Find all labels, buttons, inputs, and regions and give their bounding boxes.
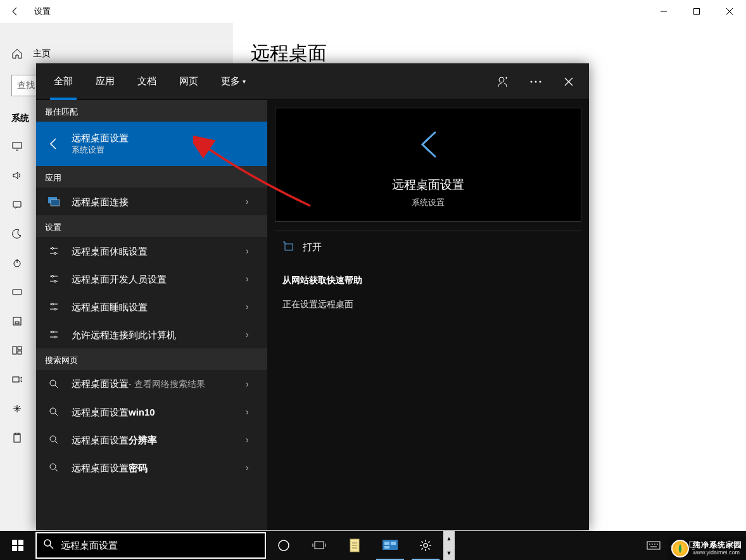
rdc-app-icon <box>45 193 63 210</box>
tab-all[interactable]: 全部 <box>42 63 84 100</box>
result-setting-3[interactable]: 允许远程连接到此计算机 › <box>36 321 267 348</box>
chevron-right-icon: › <box>246 302 258 312</box>
svg-rect-65 <box>384 546 389 549</box>
close-search-button[interactable] <box>555 68 583 96</box>
svg-point-16 <box>499 77 504 82</box>
result-title: 远程桌面设置 <box>72 433 129 447</box>
results-column: 最佳匹配 远程桌面设置 系统设置 应用 远程桌面连接 › 设置 远程桌面休眠设置… <box>36 100 267 530</box>
taskbar-taskview[interactable] <box>301 531 337 560</box>
detail-help-section: 从网站获取快速帮助 <box>275 264 581 293</box>
sound-icon <box>11 170 23 181</box>
settings-slider-icon <box>45 326 63 343</box>
taskbar-app-settings[interactable] <box>408 531 443 560</box>
feedback-button[interactable] <box>489 68 517 96</box>
tab-more[interactable]: 更多 ▾ <box>210 63 257 100</box>
detail-column: 远程桌面设置 系统设置 打开 从网站获取快速帮助 正在设置远程桌面 <box>267 100 589 530</box>
svg-line-45 <box>55 469 58 471</box>
svg-point-35 <box>52 331 54 333</box>
svg-rect-9 <box>15 322 19 324</box>
detail-action-label: 打开 <box>303 241 322 253</box>
result-title: 远程桌面设置 <box>72 131 258 144</box>
section-settings: 设置 <box>36 215 267 237</box>
tray-keyboard-icon[interactable] <box>645 531 662 560</box>
taskbar-search-input[interactable] <box>61 540 258 551</box>
scroll-up-icon[interactable]: ▲ <box>443 531 455 545</box>
remote-desktop-large-icon <box>408 125 448 164</box>
watermark-title: 纯净系统家园 <box>693 541 742 549</box>
taskbar: ▲▼ 中 纯净系统家园 www.yidaimei.com <box>0 531 746 560</box>
svg-point-52 <box>44 540 51 546</box>
sidebar-home[interactable]: 主页 <box>0 42 233 66</box>
svg-rect-21 <box>51 200 60 206</box>
taskbar-app-control-panel[interactable] <box>372 531 408 560</box>
clipboard-icon <box>11 432 23 443</box>
result-web-3[interactable]: 远程桌面设置密码 › <box>36 454 267 481</box>
tab-apps[interactable]: 应用 <box>84 63 126 100</box>
svg-rect-2 <box>13 143 22 148</box>
result-title: 允许远程连接到此计算机 <box>72 328 237 341</box>
detail-help-link[interactable]: 正在设置远程桌面 <box>275 293 581 317</box>
svg-rect-67 <box>647 542 660 549</box>
result-setting-2[interactable]: 远程桌面睡眠设置 › <box>36 293 267 321</box>
section-web: 搜索网页 <box>36 348 267 370</box>
search-icon <box>45 431 63 449</box>
result-web-0[interactable]: 远程桌面设置 - 查看网络搜索结果 › <box>36 370 267 398</box>
result-app-rdc[interactable]: 远程桌面连接 › <box>36 188 267 215</box>
result-best-match[interactable]: 远程桌面设置 系统设置 <box>36 122 267 166</box>
svg-line-41 <box>55 413 58 416</box>
moon-icon <box>11 228 23 239</box>
svg-point-66 <box>424 544 427 547</box>
window-title: 设置 <box>34 6 51 17</box>
detail-action-open[interactable]: 打开 <box>275 231 581 264</box>
scroll-down-icon[interactable]: ▼ <box>443 545 455 560</box>
start-button[interactable] <box>0 531 35 560</box>
svg-line-39 <box>55 385 58 388</box>
result-title: 远程桌面设置 <box>72 461 129 474</box>
multitask-icon <box>11 345 23 356</box>
svg-rect-11 <box>18 347 22 350</box>
search-panel: 全部 应用 文档 网页 更多 ▾ 最佳匹配 远程桌面设置 系统设置 <box>36 63 589 530</box>
tab-web[interactable]: 网页 <box>168 63 210 100</box>
close-button[interactable] <box>713 0 746 23</box>
result-setting-1[interactable]: 远程桌面开发人员设置 › <box>36 265 267 293</box>
minimize-button[interactable] <box>647 0 680 23</box>
search-icon <box>43 538 54 552</box>
storage-icon <box>11 286 23 298</box>
svg-rect-50 <box>12 546 17 551</box>
taskbar-scroll[interactable]: ▲▼ <box>443 531 455 560</box>
svg-rect-12 <box>18 351 22 354</box>
sidebar-home-label: 主页 <box>33 48 51 60</box>
svg-point-54 <box>279 540 289 550</box>
result-setting-0[interactable]: 远程桌面休眠设置 › <box>36 237 267 265</box>
project-icon <box>11 374 23 385</box>
svg-point-23 <box>52 248 54 250</box>
search-icon <box>45 459 63 476</box>
maximize-button[interactable] <box>680 0 713 23</box>
svg-rect-48 <box>12 540 17 545</box>
tab-more-label: 更多 <box>221 75 240 87</box>
taskbar-app-notes[interactable] <box>337 531 372 560</box>
chevron-right-icon: › <box>246 196 258 207</box>
open-icon <box>282 241 294 253</box>
result-bold: win10 <box>129 405 155 419</box>
svg-rect-10 <box>13 347 16 354</box>
notification-icon <box>11 199 23 210</box>
svg-line-53 <box>50 545 53 549</box>
result-title: 远程桌面连接 <box>72 195 237 208</box>
taskbar-search[interactable] <box>35 532 266 559</box>
chevron-right-icon: › <box>246 435 258 445</box>
tab-docs[interactable]: 文档 <box>126 63 168 100</box>
options-button[interactable] <box>522 68 550 96</box>
svg-rect-13 <box>13 377 19 382</box>
settings-titlebar: 设置 <box>0 0 746 23</box>
back-button[interactable] <box>0 6 30 16</box>
search-tabs: 全部 应用 文档 网页 更多 ▾ <box>42 63 257 100</box>
svg-rect-64 <box>391 542 396 545</box>
chevron-right-icon: › <box>246 407 258 417</box>
search-icon <box>45 403 63 421</box>
result-web-2[interactable]: 远程桌面设置分辨率 › <box>36 426 267 454</box>
watermark-badge-icon <box>671 540 689 557</box>
taskbar-cortana[interactable] <box>266 531 301 560</box>
svg-rect-51 <box>18 546 23 551</box>
result-web-1[interactable]: 远程桌面设置 win10 › <box>36 398 267 426</box>
